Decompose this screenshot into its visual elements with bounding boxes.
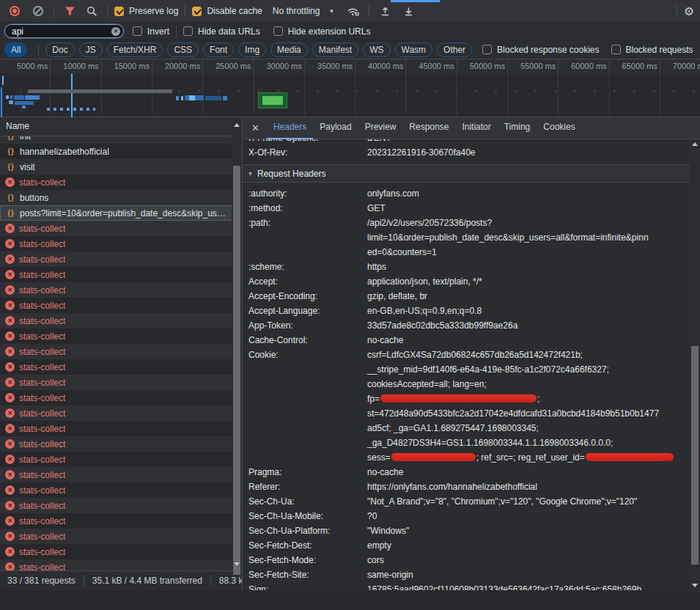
request-name: stats-collect xyxy=(19,393,65,403)
scroll-up-icon[interactable] xyxy=(234,123,240,127)
request-row-stats-collect[interactable]: ✕stats-collect xyxy=(0,405,242,421)
scrollbar-thumb[interactable] xyxy=(233,166,240,575)
request-row-stats-collect[interactable]: ✕stats-collect xyxy=(0,390,242,405)
export-har-button[interactable] xyxy=(399,2,417,20)
filter-pill-all[interactable]: All xyxy=(4,43,27,57)
request-row-stats-collect[interactable]: ✕stats-collect xyxy=(0,375,242,390)
network-conditions-button[interactable] xyxy=(345,2,362,20)
preserve-log-checkbox[interactable] xyxy=(114,7,124,16)
request-headers-section-header[interactable]: ▾ Request Headers xyxy=(243,165,700,183)
header-row-sec-fetch-site: Sec-Fetch-Site:same-origin xyxy=(248,567,690,582)
request-row-stats-collect[interactable]: ✕stats-collect xyxy=(0,498,242,513)
search-button[interactable] xyxy=(83,2,100,20)
request-row-stats-collect[interactable]: ✕stats-collect xyxy=(0,313,242,328)
request-row-stats-collect[interactable]: ✕stats-collect xyxy=(0,298,242,313)
request-row-stats-collect[interactable]: ✕stats-collect xyxy=(0,559,242,570)
request-row-stats-collect[interactable]: ✕stats-collect xyxy=(0,544,242,559)
filter-input[interactable] xyxy=(4,24,124,38)
filter-pill-manifest[interactable]: Manifest xyxy=(312,43,358,57)
scroll-up-icon[interactable] xyxy=(692,142,698,146)
tab-payload[interactable]: Payload xyxy=(313,117,358,139)
request-row-stats-collect[interactable]: ✕stats-collect xyxy=(0,529,242,544)
request-row-stats-collect[interactable]: ✕stats-collect xyxy=(0,421,242,436)
tab-cookies[interactable]: Cookies xyxy=(537,117,581,139)
request-row-init[interactable]: { }init xyxy=(0,136,242,144)
clear-network-log-button[interactable] xyxy=(29,2,47,20)
request-row-buttons[interactable]: { }buttons xyxy=(0,190,242,205)
filter-pill-ws[interactable]: WS xyxy=(363,43,390,57)
disable-cache-checkbox[interactable] xyxy=(192,7,202,16)
filter-pill-other[interactable]: Other xyxy=(437,43,472,57)
tab-response[interactable]: Response xyxy=(402,117,455,139)
request-row-stats-collect[interactable]: ✕stats-collect xyxy=(0,467,242,482)
scroll-down-icon[interactable] xyxy=(692,584,698,587)
network-status-bar: 33 / 381 requests 35.1 kB / 4.4 MB trans… xyxy=(0,570,242,590)
tab-preview[interactable]: Preview xyxy=(358,117,403,139)
details-scrollbar[interactable] xyxy=(690,139,700,590)
request-row-stats-collect[interactable]: ✕stats-collect xyxy=(0,251,242,267)
request-row-stats-collect[interactable]: ✕stats-collect xyxy=(0,482,242,498)
request-row-stats-collect[interactable]: ✕stats-collect xyxy=(0,267,242,282)
settings-gear-icon[interactable]: ⚙ xyxy=(684,4,694,18)
json-resource-icon: { } xyxy=(5,136,15,140)
filter-pill-js[interactable]: JS xyxy=(79,43,103,57)
blocked-response-cookies-toggle[interactable]: Blocked response cookies xyxy=(482,45,599,55)
request-row-stats-collect[interactable]: ✕stats-collect xyxy=(0,436,242,452)
tab-initiator[interactable]: Initiator xyxy=(455,117,497,139)
invert-checkbox[interactable] xyxy=(133,26,142,36)
request-row-stats-collect[interactable]: ✕stats-collect xyxy=(0,513,242,529)
clear-filter-icon[interactable]: ✕ xyxy=(111,27,120,36)
blocked-requests-toggle[interactable]: Blocked requests xyxy=(611,45,693,55)
request-row-hannahelizabethofficial[interactable]: { }hannahelizabethofficial xyxy=(0,144,242,159)
record-network-log-button[interactable] xyxy=(6,2,23,20)
json-resource-icon: { } xyxy=(5,194,15,202)
header-row-referer: Referer:https://onlyfans.com/hannaheliza… xyxy=(248,479,690,494)
waterfall-bar xyxy=(205,96,221,100)
header-value: csrf=LdfcGX4Sa72db06824c657db26a5d142472… xyxy=(367,348,690,465)
timeline-tick-labels: 5000 ms10000 ms15000 ms20000 ms25000 ms3… xyxy=(0,59,700,73)
tab-headers[interactable]: Headers xyxy=(267,117,313,139)
request-row-stats-collect[interactable]: ✕stats-collect xyxy=(0,221,242,236)
hide-data-urls-toggle[interactable]: Hide data URLs xyxy=(183,26,260,37)
blocked-requests-checkbox[interactable] xyxy=(611,45,621,54)
filter-pill-doc[interactable]: Doc xyxy=(45,43,74,57)
network-overview[interactable]: 5000 ms10000 ms15000 ms20000 ms25000 ms3… xyxy=(0,59,700,117)
request-row-posts-limit-10-order-publish-d[interactable]: { }posts?limit=10&order=publish_date_des… xyxy=(0,205,242,221)
close-icon[interactable]: ✕ xyxy=(251,122,259,133)
blocked-request-icon: ✕ xyxy=(5,362,15,372)
range-handle[interactable] xyxy=(2,76,4,85)
request-row-visit[interactable]: { }visit xyxy=(0,159,242,174)
filter-pill-media[interactable]: Media xyxy=(270,43,308,57)
scroll-down-icon[interactable] xyxy=(234,562,240,566)
import-har-button[interactable] xyxy=(376,2,394,20)
header-name: X-Frame-Options: xyxy=(248,139,367,145)
hide-extension-urls-toggle[interactable]: Hide extension URLs xyxy=(273,26,371,37)
invert-toggle[interactable]: Invert xyxy=(133,26,169,37)
request-row-stats-collect[interactable]: ✕stats-collect xyxy=(0,282,242,298)
filter-button[interactable] xyxy=(61,2,78,20)
filter-pill-css[interactable]: CSS xyxy=(167,43,199,57)
blocked-response-cookies-checkbox[interactable] xyxy=(482,45,492,54)
request-list-scrollbar[interactable] xyxy=(232,117,242,570)
request-row-stats-collect[interactable]: ✕stats-collect xyxy=(0,174,242,190)
filter-pill-wasm[interactable]: Wasm xyxy=(395,43,433,57)
hide-data-urls-checkbox[interactable] xyxy=(183,26,193,36)
request-row-stats-collect[interactable]: ✕stats-collect xyxy=(0,236,242,251)
filter-pill-fetch-xhr[interactable]: Fetch/XHR xyxy=(107,43,163,57)
throttling-select[interactable]: No throttling▼ xyxy=(273,6,335,16)
request-row-stats-collect[interactable]: ✕stats-collect xyxy=(0,328,242,344)
tab-timing[interactable]: Timing xyxy=(498,117,537,139)
blocked-request-icon: ✕ xyxy=(5,532,15,541)
hide-extension-urls-checkbox[interactable] xyxy=(273,26,283,36)
scrollbar-thumb[interactable] xyxy=(691,346,699,565)
overview-waterfall[interactable] xyxy=(0,73,700,117)
name-column-header[interactable]: Name xyxy=(0,117,242,136)
header-row-scheme: :scheme:https xyxy=(248,260,690,274)
filter-pill-font[interactable]: Font xyxy=(203,43,234,57)
request-row-stats-collect[interactable]: ✕stats-collect xyxy=(0,452,242,467)
disable-cache-toggle[interactable]: Disable cache xyxy=(192,6,262,16)
preserve-log-toggle[interactable]: Preserve log xyxy=(114,6,178,16)
request-row-stats-collect[interactable]: ✕stats-collect xyxy=(0,344,242,359)
request-row-stats-collect[interactable]: ✕stats-collect xyxy=(0,359,242,375)
filter-pill-img[interactable]: Img xyxy=(238,43,266,57)
